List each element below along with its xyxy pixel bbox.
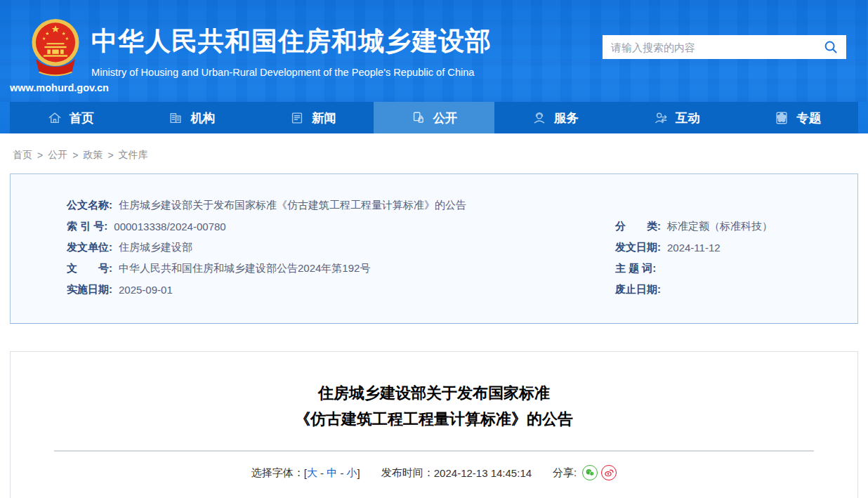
info-row: 文 号: 中华人民共和国住房和城乡建设部公告2024年第192号 主 题 词: [67,258,857,279]
search-input[interactable] [603,41,815,53]
news-icon [289,110,305,126]
breadcrumb-disclosure[interactable]: 公开 [48,149,67,162]
category-value: 标准定额（标准科技） [667,220,772,233]
article-meta-bar: 选择字体： [ 大 - 中 - 小 ] 发布时间： 2024-12-13 14:… [11,465,857,480]
search-button[interactable] [815,35,846,59]
issuing-unit-label: 发文单位: [67,241,112,254]
repeal-date-label: 废止日期: [615,283,661,296]
nav-item-interaction[interactable]: 互动 [616,102,737,133]
search-box [603,35,846,59]
subject-words-label: 主 题 词: [615,262,656,275]
weibo-share-icon[interactable] [601,465,617,480]
breadcrumb-document-library: 文件库 [119,149,148,162]
index-number-value: 000013338/2024-00780 [114,221,225,232]
site-title-block: 中华人民共和国住房和城乡建设部 Ministry of Housing and … [91,24,492,78]
site-header: www.mohurd.gov.cn 中华人民共和国住房和城乡建设部 Minist… [0,0,868,133]
disclosure-icon [411,110,426,126]
font-size-medium-link[interactable]: 中 [327,466,337,480]
wechat-share-icon[interactable] [582,465,598,480]
share-icons [582,465,617,480]
effective-date-value: 2025-09-01 [119,284,173,296]
breadcrumb-separator: > [72,150,78,161]
info-row-name: 公文名称: 住房城乡建设部关于发布国家标准《仿古建筑工程工程量计算标准》的公告 [67,195,857,216]
nav-item-disclosure[interactable]: 公开 [374,102,495,133]
nav-item-services[interactable]: 服务 [494,102,616,133]
document-info-panel: 公文名称: 住房城乡建设部关于发布国家标准《仿古建筑工程工程量计算标准》的公告 … [10,173,858,324]
doc-name-value: 住房城乡建设部关于发布国家标准《仿古建筑工程工程量计算标准》的公告 [119,199,466,212]
nav-item-topics[interactable]: 专题 [737,102,858,133]
nav-item-label: 机构 [190,110,215,126]
main-navigation: 首页 机构 新闻 公开 [10,102,858,133]
search-icon [824,40,838,54]
doc-name-label: 公文名称: [67,199,112,212]
nav-item-label: 服务 [554,110,579,126]
site-url: www.mohurd.gov.cn [10,82,107,93]
breadcrumb-home[interactable]: 首页 [13,149,32,162]
nav-item-news[interactable]: 新闻 [252,102,374,133]
font-size-small-link[interactable]: 小 [347,466,357,480]
topics-icon [774,110,789,126]
nav-item-label: 互动 [676,110,700,126]
title-divider [54,450,814,452]
publish-time-value: 2024-12-13 14:45:14 [434,467,532,479]
breadcrumb-separator: > [37,150,43,161]
share-label: 分享: [553,466,577,480]
site-title-cn: 中华人民共和国住房和城乡建设部 [91,24,492,59]
interaction-icon [653,110,669,126]
nav-item-label: 公开 [433,110,458,126]
article-panel: 住房城乡建设部关于发布国家标准 《仿古建筑工程工程量计算标准》的公告 选择字体：… [10,351,858,498]
font-selector-label: 选择字体： [251,466,304,480]
issue-date-value: 2024-11-12 [667,242,721,254]
doc-number-value: 中华人民共和国住房和城乡建设部公告2024年第192号 [119,262,370,275]
article-title-line1: 住房城乡建设部关于发布国家标准 [11,380,857,406]
font-selector-separator: - [317,467,327,479]
article-title-line2: 《仿古建筑工程工程量计算标准》的公告 [11,406,857,432]
info-row: 发文单位: 住房城乡建设部 发文日期: 2024-11-12 [67,237,857,258]
nav-item-org[interactable]: 机构 [131,102,253,133]
issuing-unit-value: 住房城乡建设部 [119,241,192,254]
font-selector-bracket-close: ] [357,467,360,479]
home-icon [47,110,63,126]
info-row: 索 引 号: 000013338/2024-00780 分 类: 标准定额（标准… [67,216,857,237]
building-icon [168,110,183,126]
article-title: 住房城乡建设部关于发布国家标准 《仿古建筑工程工程量计算标准》的公告 [11,380,857,432]
breadcrumb-policy[interactable]: 政策 [83,149,103,162]
info-row: 实施日期: 2025-09-01 废止日期: [67,279,857,300]
nav-item-home[interactable]: 首页 [10,102,131,133]
nav-item-label: 专题 [796,110,821,126]
nav-item-label: 新闻 [312,110,336,126]
font-selector-separator: - [337,467,346,479]
issue-date-label: 发文日期: [615,241,661,254]
breadcrumb-separator: > [107,150,113,161]
nav-item-label: 首页 [70,110,94,126]
publish-time-label: 发布时间： [381,466,434,480]
index-number-label: 索 引 号: [67,220,107,233]
effective-date-label: 实施日期: [67,283,112,296]
font-size-large-link[interactable]: 大 [307,466,317,480]
category-label: 分 类: [615,220,661,233]
national-emblem-logo[interactable] [28,17,83,80]
breadcrumb: 首页 > 公开 > 政策 > 文件库 [13,150,855,161]
site-title-en: Ministry of Housing and Urban-Rural Deve… [91,67,492,78]
service-icon [532,110,547,126]
doc-number-label: 文 号: [67,262,112,275]
